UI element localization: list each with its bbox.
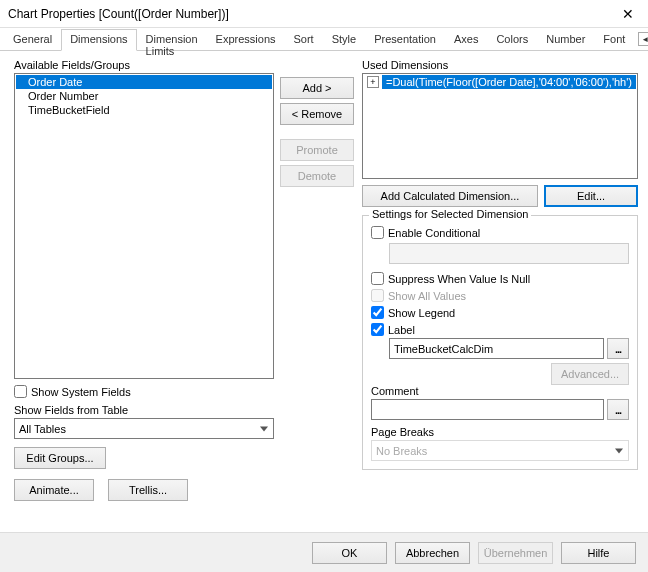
trellis-button[interactable]: Trellis... [108,479,188,501]
tab-axes[interactable]: Axes [445,29,487,51]
tab-scroll-left-icon[interactable]: ◄ [638,32,648,46]
tab-dimensions[interactable]: Dimensions [61,29,136,51]
comment-input[interactable] [371,399,604,420]
edit-button[interactable]: Edit... [544,185,638,207]
list-item[interactable]: + =Dual(Time(Floor([Order Date],'04:00',… [364,75,636,89]
show-all-values-input [371,289,384,302]
advanced-button: Advanced... [551,363,629,385]
show-system-fields-checkbox[interactable]: Show System Fields [14,385,274,398]
help-button[interactable]: Hilfe [561,542,636,564]
show-legend-input[interactable] [371,306,384,319]
available-fields-label: Available Fields/Groups [14,59,274,71]
tab-expressions[interactable]: Expressions [207,29,285,51]
list-item[interactable]: TimeBucketField [16,103,272,117]
show-legend-checkbox[interactable]: Show Legend [371,306,629,319]
tab-font[interactable]: Font [594,29,634,51]
label-checkbox[interactable]: Label [371,323,629,336]
page-breaks-label: Page Breaks [371,426,629,438]
cancel-button[interactable]: Abbrechen [395,542,470,564]
title-bar: Chart Properties [Count([Order Number])]… [0,0,648,28]
tab-sort[interactable]: Sort [285,29,323,51]
show-all-values-checkbox: Show All Values [371,289,629,302]
list-item[interactable]: Order Number [16,89,272,103]
used-dimensions-label: Used Dimensions [362,59,638,71]
add-button[interactable]: Add > [280,77,354,99]
remove-button[interactable]: < Remove [280,103,354,125]
edit-groups-button[interactable]: Edit Groups... [14,447,106,469]
close-icon[interactable]: ✕ [616,6,640,22]
ok-button[interactable]: OK [312,542,387,564]
tab-colors[interactable]: Colors [487,29,537,51]
dialog-button-bar: OK Abbrechen Übernehmen Hilfe [0,532,648,572]
list-item[interactable]: Order Date [16,75,272,89]
enable-conditional-checkbox[interactable]: Enable Conditional [371,226,629,239]
tab-number[interactable]: Number [537,29,594,51]
label-input[interactable] [371,323,384,336]
demote-button[interactable]: Demote [280,165,354,187]
tab-general[interactable]: General [4,29,61,51]
comment-label: Comment [371,385,629,397]
animate-button[interactable]: Animate... [14,479,94,501]
available-fields-list[interactable]: Order Date Order Number TimeBucketField [14,73,274,379]
show-fields-from-table-label: Show Fields from Table [14,404,274,416]
settings-fieldset: Settings for Selected Dimension Enable C… [362,215,638,470]
add-calculated-dimension-button[interactable]: Add Calculated Dimension... [362,185,538,207]
conditional-expression-input [389,243,629,264]
enable-conditional-input[interactable] [371,226,384,239]
tab-scroll: ◄ ► [634,28,648,50]
show-fields-from-table-select[interactable]: All Tables [14,418,274,439]
label-ellipsis-button[interactable]: ... [607,338,629,359]
page-breaks-select: No Breaks [371,440,629,461]
window-title: Chart Properties [Count([Order Number])] [8,7,616,21]
apply-button: Übernehmen [478,542,553,564]
used-dimension-text: =Dual(Time(Floor([Order Date],'04:00','0… [382,75,636,89]
suppress-null-input[interactable] [371,272,384,285]
settings-legend: Settings for Selected Dimension [369,208,532,220]
suppress-null-checkbox[interactable]: Suppress When Value Is Null [371,272,629,285]
tab-presentation[interactable]: Presentation [365,29,445,51]
promote-button[interactable]: Promote [280,139,354,161]
label-value-input[interactable] [389,338,604,359]
tab-dimension-limits[interactable]: Dimension Limits [137,29,207,51]
comment-ellipsis-button[interactable]: ... [607,399,629,420]
show-system-fields-input[interactable] [14,385,27,398]
show-system-fields-label: Show System Fields [31,386,131,398]
expand-icon[interactable]: + [367,76,379,88]
used-dimensions-list[interactable]: + =Dual(Time(Floor([Order Date],'04:00',… [362,73,638,179]
tabstrip: General Dimensions Dimension Limits Expr… [0,28,648,51]
tab-style[interactable]: Style [323,29,365,51]
